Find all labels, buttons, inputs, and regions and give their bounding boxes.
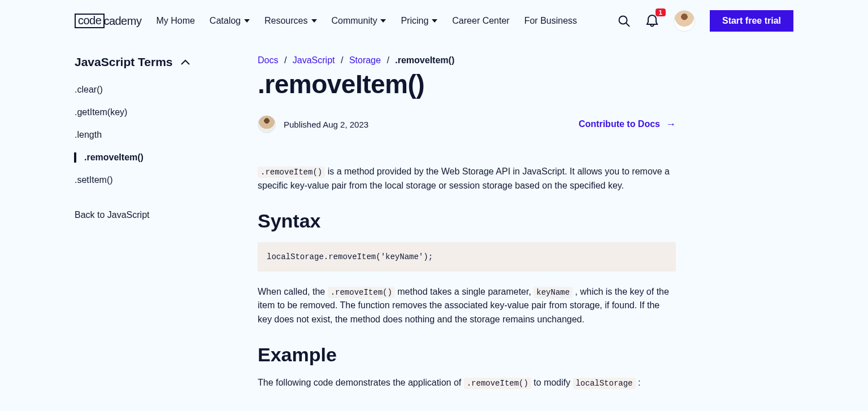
nav-resources[interactable]: Resources [264,16,316,26]
chevron-up-icon [181,59,190,65]
breadcrumb-current: .removeItem() [395,55,454,65]
author-avatar[interactable] [258,115,276,133]
svg-point-0 [619,16,627,24]
intro-paragraph: .removeItem() is a method provided by th… [258,165,676,193]
logo[interactable]: code cademy [75,14,141,28]
nav-label: Pricing [401,16,428,26]
syntax-heading: Syntax [258,210,676,232]
inline-code: .removeItem() [258,167,325,178]
svg-line-1 [626,23,630,27]
sidebar-item-removeitem[interactable]: .removeItem() [74,152,224,163]
caret-down-icon [244,19,250,23]
article: Docs / JavaScript / Storage / .removeIte… [258,55,676,404]
caret-down-icon [380,19,386,23]
breadcrumb-javascript[interactable]: JavaScript [293,55,335,65]
inline-code: .removeItem() [464,378,531,389]
main-nav: My Home Catalog Resources Community Pric… [156,16,577,26]
nav-catalog[interactable]: Catalog [210,16,250,26]
contribute-label: Contribute to Docs [579,119,660,129]
back-to-javascript-link[interactable]: Back to JavaScript [75,210,224,220]
explain-paragraph: When called, the .removeItem() method ta… [258,285,676,327]
sidebar-item-getitem[interactable]: .getItem(key) [75,107,224,117]
meta-left: Published Aug 2, 2023 [258,115,368,133]
contribute-to-docs-link[interactable]: Contribute to Docs → [579,119,676,130]
sidebar-item-setitem[interactable]: .setItem() [75,175,224,185]
inline-code: .removeItem() [328,287,395,298]
sidebar-title[interactable]: JavaScript Terms [75,55,224,69]
start-free-trial-button[interactable]: Start free trial [710,10,793,32]
content-wrap: JavaScript Terms .clear() .getItem(key) … [0,42,868,404]
sidebar-list: .clear() .getItem(key) .length .removeIt… [75,85,224,185]
sidebar: JavaScript Terms .clear() .getItem(key) … [75,55,224,404]
breadcrumb-separator: / [387,55,389,65]
notification-badge: 1 [656,8,666,16]
tail-pre: The following code demonstrates the appl… [258,378,464,387]
breadcrumb-storage[interactable]: Storage [349,55,381,65]
nav-my-home[interactable]: My Home [156,16,194,26]
syntax-code-block: localStorage.removeItem('keyName'); [258,242,676,272]
meta-row: Published Aug 2, 2023 Contribute to Docs… [258,115,676,133]
nav-pricing[interactable]: Pricing [401,16,437,26]
page-title: .removeItem() [258,69,676,99]
sidebar-item-clear[interactable]: .clear() [75,85,224,95]
notifications-icon[interactable]: 1 [645,14,659,28]
breadcrumb-docs[interactable]: Docs [258,55,278,65]
inline-code: keyName [533,287,572,298]
sidebar-title-text: JavaScript Terms [75,55,173,69]
tail-post: : [636,378,641,387]
caret-down-icon [432,19,437,23]
explain-pre: When called, the [258,287,328,296]
breadcrumb-separator: / [284,55,287,65]
breadcrumb-separator: / [341,55,343,65]
header: code cademy My Home Catalog Resources Co… [0,0,868,42]
nav-label: My Home [156,16,194,26]
explain-mid: method takes a single parameter, [395,287,533,296]
published-date: Published Aug 2, 2023 [284,120,368,129]
search-icon[interactable] [617,14,631,28]
nav-label: Community [332,16,377,26]
inline-code: localStorage [573,378,636,389]
arrow-right-icon: → [666,119,676,130]
avatar[interactable] [674,10,695,32]
nav-label: Catalog [210,16,241,26]
example-heading: Example [258,344,676,366]
caret-down-icon [311,19,317,23]
nav-career-center[interactable]: Career Center [452,16,509,26]
tail-mid: to modify [531,378,573,387]
nav-for-business[interactable]: For Business [524,16,577,26]
nav-community[interactable]: Community [332,16,387,26]
breadcrumb: Docs / JavaScript / Storage / .removeIte… [258,55,676,65]
nav-label: For Business [524,16,577,26]
header-actions: 1 Start free trial [617,10,793,32]
logo-prefix: code [75,14,105,28]
logo-suffix: cademy [103,15,141,28]
sidebar-item-length[interactable]: .length [75,130,224,140]
tail-paragraph: The following code demonstrates the appl… [258,376,676,390]
nav-label: Resources [264,16,307,26]
nav-label: Career Center [452,16,509,26]
